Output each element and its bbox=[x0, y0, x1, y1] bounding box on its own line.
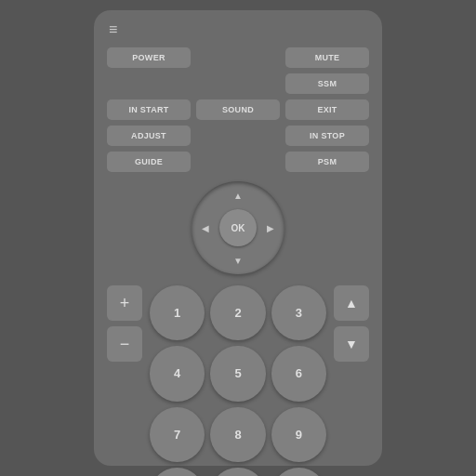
guide-button[interactable]: GUIDE bbox=[107, 152, 191, 172]
sound-button[interactable]: SOUND bbox=[196, 99, 280, 120]
dpad-section: ▲ ▼ ◀ ▶ OK bbox=[107, 181, 369, 274]
num-7-button[interactable]: 7 bbox=[150, 407, 205, 462]
ssm-button[interactable]: SSM bbox=[285, 73, 369, 94]
dpad-right-button[interactable]: ▶ bbox=[261, 218, 280, 237]
channel-controls: ▲ ▼ bbox=[334, 285, 369, 362]
numpad: 1 2 3 4 5 6 7 8 9 MPX 0 AVI bbox=[150, 285, 326, 476]
num-3-button[interactable]: 3 bbox=[271, 285, 326, 340]
num-6-button[interactable]: 6 bbox=[271, 346, 326, 401]
bottom-section: + − 1 2 3 4 5 6 7 8 9 MPX 0 AVI ▲ ▼ bbox=[107, 285, 369, 476]
top-button-grid-3: IN START SOUND EXIT bbox=[107, 99, 369, 120]
dpad-down-button[interactable]: ▼ bbox=[229, 251, 247, 270]
in-start-button[interactable]: IN START bbox=[107, 99, 191, 120]
volume-down-button[interactable]: − bbox=[107, 326, 142, 362]
avi-button[interactable]: AVI bbox=[271, 468, 326, 476]
top-button-grid-5: GUIDE PSM bbox=[107, 152, 369, 172]
empty-1 bbox=[196, 47, 280, 68]
dpad-left-button[interactable]: ◀ bbox=[196, 218, 215, 237]
power-button[interactable]: POWER bbox=[107, 47, 191, 68]
num-4-button[interactable]: 4 bbox=[150, 346, 205, 401]
num-5-button[interactable]: 5 bbox=[210, 346, 265, 401]
menu-icon[interactable]: ≡ bbox=[107, 21, 369, 38]
empty-3 bbox=[196, 73, 280, 94]
top-button-grid-2: SSM bbox=[107, 73, 369, 94]
ok-button[interactable]: OK bbox=[219, 209, 257, 246]
mpx-button[interactable]: MPX bbox=[150, 468, 205, 476]
top-button-grid-4: ADJUST IN STOP bbox=[107, 126, 369, 146]
num-8-button[interactable]: 8 bbox=[210, 407, 265, 462]
channel-down-button[interactable]: ▼ bbox=[334, 326, 369, 362]
dpad: ▲ ▼ ◀ ▶ OK bbox=[192, 181, 284, 274]
empty-4 bbox=[196, 126, 280, 146]
adjust-button[interactable]: ADJUST bbox=[107, 126, 191, 146]
num-2-button[interactable]: 2 bbox=[210, 285, 265, 340]
volume-up-button[interactable]: + bbox=[107, 285, 142, 321]
num-1-button[interactable]: 1 bbox=[150, 285, 205, 340]
num-0-button[interactable]: 0 bbox=[210, 468, 265, 476]
dpad-up-button[interactable]: ▲ bbox=[229, 186, 247, 205]
exit-button[interactable]: EXIT bbox=[285, 99, 369, 120]
in-stop-button[interactable]: IN STOP bbox=[285, 126, 369, 146]
mute-button[interactable]: MUTE bbox=[285, 47, 369, 68]
volume-controls: + − bbox=[107, 285, 142, 362]
num-9-button[interactable]: 9 bbox=[271, 407, 326, 462]
psm-button[interactable]: PSM bbox=[285, 152, 369, 172]
empty-5 bbox=[196, 152, 280, 172]
top-button-grid: POWER MUTE bbox=[107, 47, 369, 68]
empty-2 bbox=[107, 73, 191, 94]
remote-control: ≡ POWER MUTE SSM IN START SOUND EXIT ADJ… bbox=[94, 10, 382, 466]
channel-up-button[interactable]: ▲ bbox=[334, 285, 369, 321]
